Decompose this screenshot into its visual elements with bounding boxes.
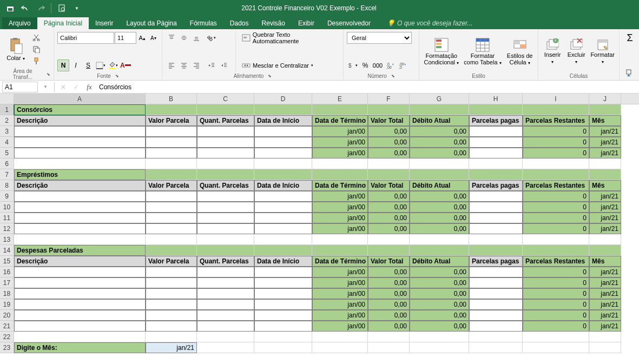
cell[interactable]: 0,00 [368, 137, 410, 148]
cell[interactable] [469, 299, 523, 310]
cell[interactable] [469, 223, 523, 234]
cell[interactable] [197, 310, 254, 321]
cell[interactable]: jan/21 [589, 267, 621, 277]
cell[interactable] [254, 158, 312, 169]
column-header-A[interactable]: A [14, 94, 146, 104]
cell[interactable] [197, 202, 254, 213]
cell[interactable]: 0 [523, 213, 589, 223]
align-middle-button[interactable] [178, 32, 190, 44]
cell[interactable] [146, 234, 197, 245]
cell[interactable]: jan/21 [589, 288, 621, 299]
name-box[interactable] [2, 82, 38, 92]
cell[interactable]: Parcelas pagas [469, 256, 523, 267]
cell[interactable] [146, 137, 197, 148]
cell[interactable]: jan/00 [312, 310, 368, 321]
cell[interactable] [254, 148, 312, 158]
cell[interactable]: jan/21 [146, 342, 197, 353]
cell[interactable]: jan/00 [312, 223, 368, 234]
cell[interactable] [368, 245, 410, 256]
cell[interactable] [410, 158, 469, 169]
cell[interactable] [146, 213, 197, 223]
cut-button[interactable] [30, 31, 42, 43]
cell[interactable]: Descrição [14, 180, 146, 191]
cell[interactable]: Mês [589, 115, 621, 126]
row-header-19[interactable]: 19 [0, 299, 14, 310]
cell[interactable] [254, 234, 312, 245]
font-name-select[interactable] [57, 32, 114, 44]
cell[interactable] [146, 158, 197, 169]
cell[interactable]: Parcelas Restantes [523, 180, 589, 191]
cell[interactable] [469, 202, 523, 213]
cell[interactable] [14, 332, 146, 342]
cell[interactable]: 0,00 [410, 321, 469, 332]
decrease-font-button[interactable]: A▾ [148, 32, 159, 44]
cell[interactable] [254, 321, 312, 332]
row-header-6[interactable]: 6 [0, 158, 14, 169]
cell[interactable]: Valor Total [368, 256, 410, 267]
fill-button[interactable] [623, 67, 635, 79]
cell[interactable] [589, 169, 621, 180]
cell[interactable] [14, 202, 146, 213]
row-header-20[interactable]: 20 [0, 310, 14, 321]
row-header-16[interactable]: 16 [0, 267, 14, 277]
cell[interactable] [469, 321, 523, 332]
cell[interactable] [312, 332, 368, 342]
bold-button[interactable]: N [57, 59, 69, 71]
increase-decimal-button[interactable]: ,0,00 [384, 59, 396, 71]
cell[interactable] [469, 158, 523, 169]
italic-button[interactable]: I [70, 59, 82, 71]
column-header-E[interactable]: E [312, 94, 368, 104]
cell[interactable]: Data de Início [254, 115, 312, 126]
cell[interactable] [523, 245, 589, 256]
cell[interactable]: 0 [523, 137, 589, 148]
cell[interactable] [589, 158, 621, 169]
cell[interactable]: jan/21 [589, 213, 621, 223]
cell[interactable]: 0,00 [368, 310, 410, 321]
cell[interactable] [197, 169, 254, 180]
cell[interactable] [146, 288, 197, 299]
cell[interactable] [523, 342, 589, 353]
cell[interactable] [469, 277, 523, 288]
cell[interactable] [197, 267, 254, 277]
cell[interactable]: 0 [523, 202, 589, 213]
cell[interactable] [197, 342, 254, 353]
decrease-indent-button[interactable] [206, 59, 218, 71]
cell[interactable] [410, 169, 469, 180]
column-header-D[interactable]: D [254, 94, 312, 104]
cell[interactable]: Débito Atual [410, 115, 469, 126]
cell[interactable] [254, 245, 312, 256]
cell[interactable] [469, 234, 523, 245]
cell[interactable] [14, 158, 146, 169]
cell[interactable] [312, 342, 368, 353]
cell[interactable]: jan/21 [589, 299, 621, 310]
cell[interactable] [254, 310, 312, 321]
cell[interactable] [254, 277, 312, 288]
cell[interactable] [312, 104, 368, 115]
cell[interactable]: 0,00 [410, 148, 469, 158]
row-header-8[interactable]: 8 [0, 180, 14, 191]
cell[interactable] [469, 148, 523, 158]
tab-data[interactable]: Dados [223, 17, 255, 29]
cell[interactable] [589, 245, 621, 256]
cell[interactable] [197, 137, 254, 148]
format-as-table-button[interactable]: Formatar como Tabela ▾ [463, 31, 503, 72]
cell[interactable] [410, 332, 469, 342]
cell[interactable]: Débito Atual [410, 180, 469, 191]
cell[interactable] [469, 342, 523, 353]
cell[interactable]: 0,00 [368, 267, 410, 277]
cell[interactable]: jan/00 [312, 137, 368, 148]
cell[interactable] [197, 126, 254, 137]
cell[interactable] [523, 234, 589, 245]
cell[interactable]: Despesas Parceladas [14, 245, 146, 256]
cell[interactable] [146, 299, 197, 310]
decrease-decimal-button[interactable]: ,00,0 [397, 59, 409, 71]
cell[interactable] [368, 158, 410, 169]
cell[interactable]: Data de Término [312, 256, 368, 267]
cell[interactable]: Valor Parcela [146, 256, 197, 267]
cell[interactable]: jan/21 [589, 191, 621, 202]
cell[interactable]: jan/00 [312, 191, 368, 202]
row-header-2[interactable]: 2 [0, 115, 14, 126]
cell[interactable] [14, 213, 146, 223]
number-launcher[interactable]: ⬊ [391, 74, 395, 78]
cell[interactable] [14, 137, 146, 148]
